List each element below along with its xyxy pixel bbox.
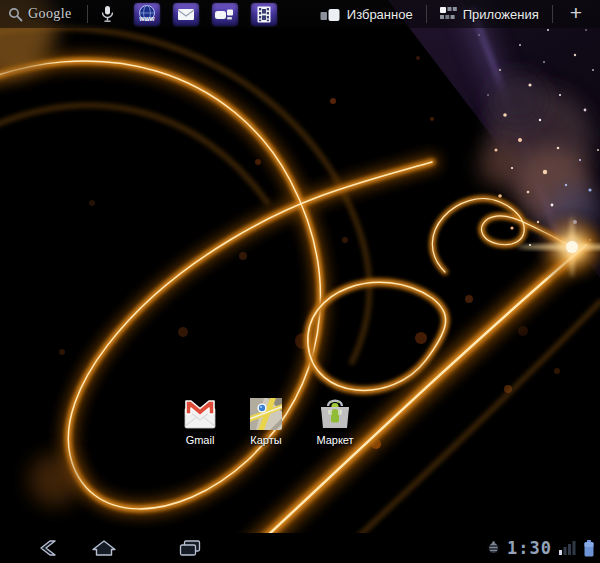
clock: 1:30 xyxy=(507,538,552,558)
back-button[interactable] xyxy=(0,533,78,563)
film-strip-icon xyxy=(251,3,277,26)
android-home-screen: Google WWW xyxy=(0,0,600,563)
divider xyxy=(87,5,88,23)
maps-icon xyxy=(248,396,284,432)
add-widget-button[interactable]: + xyxy=(560,1,592,28)
status-area[interactable]: 1:30 xyxy=(487,538,600,558)
app-market[interactable]: Маркет xyxy=(308,396,362,446)
apps-grid-icon xyxy=(440,6,457,22)
voice-search-button[interactable] xyxy=(95,3,120,25)
browser-globe-icon: WWW xyxy=(134,3,160,26)
google-logo: Google xyxy=(28,6,72,22)
market-icon xyxy=(317,396,353,432)
shortcut-email[interactable] xyxy=(173,3,199,26)
usb-debug-icon xyxy=(487,541,500,555)
app-label: Маркет xyxy=(308,434,362,446)
nav-buttons xyxy=(0,533,216,563)
gmail-icon xyxy=(182,396,218,432)
shortcut-camera[interactable] xyxy=(212,3,238,26)
apps-button[interactable]: Приложения xyxy=(434,0,545,28)
system-bar: 1:30 xyxy=(0,533,600,563)
camcorder-icon xyxy=(212,3,238,26)
home-button[interactable] xyxy=(78,533,130,563)
microphone-icon xyxy=(101,5,114,23)
google-search-widget[interactable]: Google xyxy=(6,4,80,24)
favorites-button[interactable]: Избранное xyxy=(314,0,419,28)
recents-icon xyxy=(176,539,204,557)
app-shortcuts: WWW xyxy=(134,3,277,26)
live-wallpaper xyxy=(0,0,600,563)
back-icon xyxy=(33,539,61,557)
shortcut-video[interactable] xyxy=(251,3,277,26)
app-label: Карты xyxy=(239,434,293,446)
action-bar-right: Избранное Приложения + xyxy=(314,0,600,28)
favorites-icon xyxy=(320,7,341,22)
favorites-label: Избранное xyxy=(347,7,413,22)
recents-button[interactable] xyxy=(164,533,216,563)
svg-text:WWW: WWW xyxy=(139,15,155,21)
action-bar: Google WWW xyxy=(0,0,600,28)
signal-icon xyxy=(559,541,577,556)
home-icon xyxy=(91,539,117,557)
search-icon xyxy=(8,7,23,22)
action-bar-left: Google WWW xyxy=(0,0,277,28)
apps-label: Приложения xyxy=(463,7,539,22)
shortcut-browser[interactable]: WWW xyxy=(134,3,160,26)
email-envelope-icon xyxy=(173,3,199,26)
battery-icon xyxy=(584,540,594,557)
app-maps[interactable]: Карты xyxy=(239,396,293,446)
divider xyxy=(552,5,553,23)
app-gmail[interactable]: Gmail xyxy=(173,396,227,446)
divider xyxy=(426,5,427,23)
app-label: Gmail xyxy=(173,434,227,446)
